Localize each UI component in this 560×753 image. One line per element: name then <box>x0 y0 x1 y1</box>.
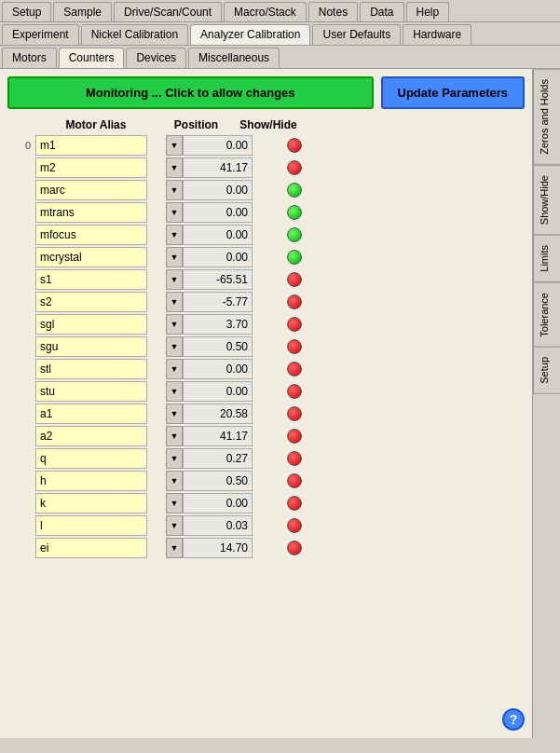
main-content: Monitoring ... Click to allow changes Up… <box>0 69 560 738</box>
motor-alias-input[interactable] <box>35 314 147 335</box>
motor-alias-input[interactable] <box>35 157 147 178</box>
tab-item-userdefaults[interactable]: User Defaults <box>312 24 401 45</box>
tab-item-hardware[interactable]: Hardware <box>403 24 471 45</box>
motor-alias-input[interactable] <box>35 538 147 558</box>
stepper-button[interactable]: ▼ <box>166 381 183 402</box>
motor-alias-input[interactable] <box>35 247 147 267</box>
subtab-item-counters[interactable]: Counters <box>59 48 125 68</box>
table-row: ▼0.00 <box>7 381 525 402</box>
header-alias: Motor Alias <box>35 118 157 131</box>
show-hide-indicator[interactable] <box>287 138 302 153</box>
show-hide-button[interactable]: Show/Hide <box>533 165 560 235</box>
stepper-button[interactable]: ▼ <box>166 493 183 513</box>
menu-item-data[interactable]: Data <box>360 2 403 21</box>
motor-alias-input[interactable] <box>35 269 147 290</box>
stepper-button[interactable]: ▼ <box>166 180 183 200</box>
stepper-button[interactable]: ▼ <box>166 426 183 446</box>
position-display: 0.27 <box>183 448 253 469</box>
show-hide-indicator[interactable] <box>287 473 302 488</box>
help-button[interactable]: ? <box>502 708 525 731</box>
menu-item-macro[interactable]: Macro/Stack <box>224 2 307 21</box>
position-display: 0.50 <box>183 471 253 491</box>
stepper-button[interactable]: ▼ <box>166 359 183 379</box>
motor-alias-input[interactable] <box>35 135 147 156</box>
show-hide-indicator[interactable] <box>287 406 302 421</box>
position-display: -65.51 <box>183 269 253 290</box>
stepper-button[interactable]: ▼ <box>166 448 183 469</box>
motor-table: 0▼0.00▼41.17▼0.00▼0.00▼0.00▼0.00▼-65.51▼… <box>7 135 525 558</box>
show-hide-indicator[interactable] <box>287 541 302 555</box>
sub-tab-bar: MotorsCountersDevicesMiscellaneous <box>0 46 560 69</box>
motor-alias-input[interactable] <box>35 225 147 245</box>
subtab-item-misc[interactable]: Miscellaneous <box>188 48 280 68</box>
motor-alias-input[interactable] <box>35 448 147 469</box>
show-hide-indicator[interactable] <box>287 317 302 332</box>
show-hide-indicator[interactable] <box>287 183 302 198</box>
show-hide-indicator[interactable] <box>287 429 302 444</box>
motor-alias-input[interactable] <box>35 426 147 446</box>
motor-alias-input[interactable] <box>35 381 147 402</box>
stepper-button[interactable]: ▼ <box>166 404 183 424</box>
subtab-item-motors[interactable]: Motors <box>2 48 57 68</box>
show-hide-indicator[interactable] <box>287 384 302 399</box>
stepper-button[interactable]: ▼ <box>166 515 183 536</box>
row-index: 0 <box>7 140 35 151</box>
menu-item-drive[interactable]: Drive/Scan/Count <box>114 2 222 21</box>
motor-alias-input[interactable] <box>35 180 147 200</box>
menu-item-setup[interactable]: Setup <box>2 2 51 21</box>
show-hide-indicator[interactable] <box>287 160 302 175</box>
stepper-button[interactable]: ▼ <box>166 471 183 491</box>
stepper-button[interactable]: ▼ <box>166 225 183 245</box>
show-hide-indicator[interactable] <box>287 272 302 287</box>
show-hide-indicator[interactable] <box>287 205 302 220</box>
motor-alias-input[interactable] <box>35 471 147 491</box>
stepper-button[interactable]: ▼ <box>166 247 183 267</box>
motor-alias-input[interactable] <box>35 404 147 424</box>
menu-item-notes[interactable]: Notes <box>308 2 358 21</box>
stepper-button[interactable]: ▼ <box>166 336 183 357</box>
show-hide-indicator[interactable] <box>287 451 302 466</box>
stepper-button[interactable]: ▼ <box>166 292 183 312</box>
menu-item-sample[interactable]: Sample <box>53 2 112 21</box>
motor-alias-input[interactable] <box>35 336 147 357</box>
position-display: 20.58 <box>183 404 253 424</box>
menu-bar: SetupSampleDrive/Scan/CountMacro/StackNo… <box>0 0 560 22</box>
menu-item-help[interactable]: Help <box>406 2 450 21</box>
update-button[interactable]: Update Parameters <box>381 76 526 109</box>
motor-alias-input[interactable] <box>35 493 147 513</box>
tolerance-button[interactable]: Tolerance <box>533 282 560 348</box>
limits-button[interactable]: Limits <box>533 235 560 282</box>
motor-alias-input[interactable] <box>35 515 147 536</box>
show-hide-indicator[interactable] <box>287 339 302 354</box>
subtab-item-devices[interactable]: Devices <box>126 48 186 68</box>
action-row: Monitoring ... Click to allow changes Up… <box>7 76 525 109</box>
motor-alias-input[interactable] <box>35 202 147 223</box>
show-hide-indicator[interactable] <box>287 362 302 376</box>
motor-alias-input[interactable] <box>35 292 147 312</box>
setup-side-button[interactable]: Setup <box>533 347 560 394</box>
show-hide-indicator[interactable] <box>287 227 302 242</box>
table-row: ▼0.50 <box>7 471 525 491</box>
motor-alias-input[interactable] <box>35 359 147 379</box>
header-position: Position <box>157 118 236 131</box>
stepper-button[interactable]: ▼ <box>166 538 183 558</box>
stepper-button[interactable]: ▼ <box>166 157 183 178</box>
position-display: 0.00 <box>183 202 253 223</box>
monitoring-button[interactable]: Monitoring ... Click to allow changes <box>7 76 374 109</box>
show-hide-indicator[interactable] <box>287 496 302 511</box>
table-row: ▼3.70 <box>7 314 525 335</box>
show-hide-indicator[interactable] <box>287 250 302 265</box>
tab-item-experiment[interactable]: Experiment <box>2 24 79 45</box>
table-row: ▼-65.51 <box>7 269 525 290</box>
show-hide-indicator[interactable] <box>287 518 302 533</box>
table-row: ▼0.03 <box>7 515 525 536</box>
tab-item-nickel[interactable]: Nickel Calibration <box>81 24 188 45</box>
stepper-button[interactable]: ▼ <box>166 314 183 335</box>
tab-item-analyzer[interactable]: Analyzer Calibration <box>190 24 310 45</box>
zeros-holds-button[interactable]: Zeros and Holds <box>533 69 560 165</box>
show-hide-indicator[interactable] <box>287 294 302 309</box>
stepper-button[interactable]: ▼ <box>166 269 183 290</box>
stepper-button[interactable]: ▼ <box>166 202 183 223</box>
table-row: 0▼0.00 <box>7 135 525 156</box>
stepper-button[interactable]: ▼ <box>166 135 183 156</box>
